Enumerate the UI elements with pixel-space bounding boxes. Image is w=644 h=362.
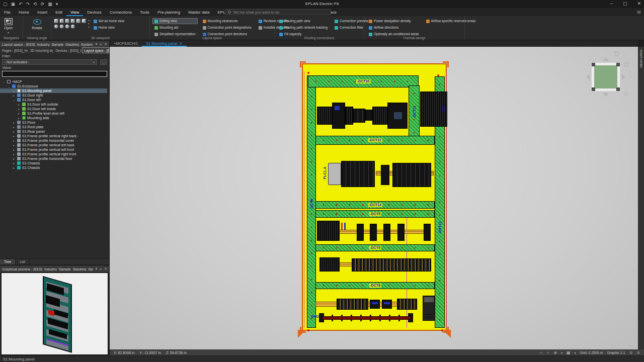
component-relay[interactable] [424, 224, 431, 241]
set-as-home-view-button[interactable]: Set as home view [92, 18, 126, 24]
component-relay[interactable] [370, 224, 377, 241]
power-dissipation-density-button[interactable]: Power dissipation density [367, 18, 421, 24]
home-view-icon[interactable]: ⌂ [624, 89, 628, 97]
ground-busbar[interactable] [322, 316, 411, 320]
graphic-scale[interactable]: Graphic 1:1 [607, 351, 625, 354]
expand-icon[interactable]: ▸ [12, 153, 16, 156]
component-breaker[interactable] [345, 107, 353, 125]
nav-arrow-left-icon[interactable] [586, 74, 590, 80]
expand-icon[interactable]: ▸ [12, 139, 16, 142]
airflow-specific-reserved-areas-button[interactable]: Airflow-specific reserved areas [424, 18, 478, 24]
view-cube-icon[interactable] [54, 19, 58, 23]
expand-icon[interactable]: ▸ [17, 108, 21, 111]
tree-item-s1-frame-profile-vertical-right-front[interactable]: ▸S1:Frame profile vertical right front [0, 152, 107, 156]
expand-icon[interactable]: ▸ [17, 117, 21, 120]
tree-item-s1-frame-profile-vertical-left-front[interactable]: ▸S1:Frame profile vertical left front [0, 147, 107, 152]
snap-alt-icon[interactable]: ∩ [546, 350, 549, 355]
component-device[interactable] [365, 110, 372, 121]
tree-item-s1-door-right[interactable]: ▸S1:Door right [0, 93, 107, 98]
wire-duct-dct11[interactable]: -DCT11 [409, 85, 420, 138]
component-relay[interactable] [383, 224, 390, 241]
grid-size[interactable]: Grid: 0.2500 in [580, 351, 603, 354]
nav-arrow-up-icon[interactable] [603, 57, 609, 61]
rotate-ccw-icon[interactable]: ⟲ [611, 48, 621, 59]
tree-item-mounting-aids[interactable]: ▸Mounting aids [0, 116, 107, 120]
tree-item-s1-roof-plate[interactable]: ▸S1:Roof plate [0, 125, 107, 129]
component-terminal-strip[interactable] [397, 299, 417, 310]
layout-space-panel-header[interactable]: Layout space - [EES]_Industry_Sample_Sta… [0, 41, 109, 47]
expand-icon[interactable]: ▸ [12, 89, 16, 93]
tree-item-s1-door-left-outside[interactable]: ▸S1:Door left outside [0, 102, 107, 107]
chevron-down-icon[interactable]: ▾ [96, 42, 98, 46]
navigator-tab-devices-ees-in[interactable]: Devices - [EES]_In... [53, 47, 82, 53]
tab-mounting-panel[interactable]: S1:Mounting panel ✕ [142, 40, 186, 47]
layout-space-canvas[interactable]: -DCT6 -DCT13 -DCT10 -DCT11 -DCT12 -DCT14 [110, 47, 638, 349]
open-button[interactable]: Open ▾ [1, 17, 16, 34]
rotate-cw-icon[interactable]: ⟳ [622, 59, 632, 70]
tree-item-s1-frame-profile-horizontal-floor[interactable]: ▸S1:Frame profile horizontal floor [0, 156, 107, 161]
navigator-tab-3d-mounting-lay[interactable]: 3D mounting lay... [28, 47, 53, 53]
value-input[interactable] [2, 71, 107, 77]
mounting-aid-button[interactable]: Mounting aid [152, 25, 198, 31]
close-tab-icon[interactable]: ✕ [180, 42, 183, 46]
expand-icon[interactable]: ▸ [12, 94, 16, 97]
home-view-button[interactable]: Home view [92, 25, 126, 31]
expand-icon[interactable]: ▸ [17, 103, 21, 106]
tree-item-s1-chassis[interactable]: ▸S1:Chassis [0, 161, 107, 165]
rotate-button[interactable]: Rotate [29, 17, 45, 30]
wire-duct-dct12[interactable]: -DCT12 [315, 136, 435, 145]
tell-me-search[interactable]: Tell me what you want to do [225, 9, 331, 15]
connection-point-designations-button[interactable]: Connection point designations [201, 25, 254, 31]
nav-corner-handle[interactable] [592, 87, 595, 91]
flyout-icon[interactable]: ▾ [88, 26, 90, 29]
menu-tools[interactable]: Tools [136, 8, 153, 16]
menu-master-data[interactable]: Master data [184, 8, 213, 16]
wire-duct-dct10[interactable]: -DCT10 [308, 75, 419, 87]
chevron-down-icon[interactable]: ▾ [574, 351, 576, 354]
close-icon[interactable]: ✕ [104, 42, 107, 46]
navigator-tab-pages-ees-ind[interactable]: Pages - [EES]_Ind... [0, 47, 28, 53]
component-relay-block[interactable] [317, 221, 340, 241]
component-transformer[interactable]: -1T1 [420, 92, 447, 127]
chevron-down-icon[interactable]: ▾ [96, 267, 98, 271]
menu-file[interactable]: File [0, 8, 15, 16]
component-terminal-block[interactable] [353, 109, 365, 123]
component-terminal-block[interactable] [370, 300, 380, 309]
scroll-up-icon[interactable]: ▴ [88, 19, 90, 22]
component-breaker-group[interactable] [372, 107, 387, 125]
close-icon[interactable]: ✕ [104, 267, 107, 271]
zoom-in-icon[interactable]: ⊙ [629, 350, 633, 355]
component-plc-rack[interactable] [341, 161, 375, 187]
expand-icon[interactable]: ▸ [12, 162, 16, 165]
zoom-out-icon[interactable]: ⊙ [636, 350, 640, 355]
view-sphere-icon[interactable] [59, 24, 64, 29]
mounting-clearances-button[interactable]: Mounting clearances [201, 18, 254, 24]
tab-list[interactable]: List [16, 259, 30, 264]
wire-duct-dct5[interactable]: -DCT5 [315, 210, 435, 218]
wire-duct-dct14[interactable]: -DCT14 [315, 201, 435, 209]
menu-home[interactable]: Home [15, 8, 33, 16]
mounting-panel-drawing[interactable]: -DCT6 -DCT13 -DCT10 -DCT11 -DCT12 -DCT14 [302, 63, 447, 331]
tab-mcp-sch[interactable]: +MCP&SCH/1 [110, 40, 142, 47]
graphical-preview[interactable] [1, 273, 108, 355]
pin-icon[interactable]: ¤ [100, 43, 102, 46]
airflow-directions-button[interactable]: Airflow directions [367, 25, 421, 31]
ribbon-display-options-icon[interactable]: ▤ [636, 9, 642, 15]
component-relay[interactable] [397, 224, 405, 241]
wire-duct-dct8[interactable]: -DCT8 [315, 282, 435, 289]
menu-edit[interactable]: Edit [51, 8, 66, 16]
expand-icon[interactable]: ▸ [12, 121, 16, 124]
tree-item-s1-mounting-panel[interactable]: ▸S1:Mounting panel [0, 88, 107, 93]
component-contactor-large[interactable] [387, 103, 408, 129]
filter-dropdown[interactable]: - Not activated - ▾ [2, 59, 97, 65]
graphical-preview-header[interactable]: Graphical preview - [EES]_Industry_Sampl… [0, 266, 109, 272]
expand-icon[interactable]: ▸ [12, 126, 16, 129]
component-io-modules[interactable] [392, 163, 431, 187]
component-breaker-group[interactable] [317, 107, 332, 125]
pin-icon[interactable]: ¤ [100, 267, 102, 271]
tree-item-s1-chassis[interactable]: ▸S1:Chassis [0, 165, 107, 170]
menu-connections[interactable]: Connections [106, 8, 136, 16]
nav-arrow-right-icon[interactable] [622, 74, 625, 80]
chevron-down-icon[interactable]: ▾ [561, 351, 562, 354]
component-terminal-strip[interactable] [337, 299, 368, 310]
